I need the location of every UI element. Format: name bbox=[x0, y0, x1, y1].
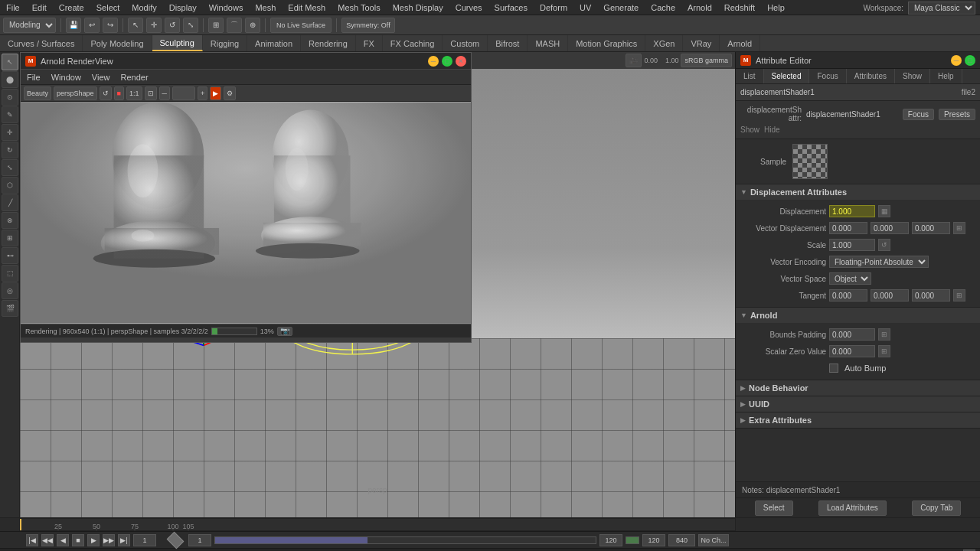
ae-tab-focus[interactable]: Focus bbox=[809, 69, 846, 83]
ae-scalar-zero-input[interactable] bbox=[829, 345, 875, 357]
tool-paint[interactable]: ✎ bbox=[2, 106, 18, 123]
toolbar-rotate-btn[interactable]: ↺ bbox=[165, 18, 180, 33]
ae-vec-x-input[interactable] bbox=[829, 222, 867, 234]
arnold-beauty-dropdown[interactable]: Beauty bbox=[24, 86, 51, 100]
mode-dropdown[interactable]: Modeling bbox=[3, 18, 56, 33]
bc-step-fwd-btn[interactable]: ▶▶ bbox=[103, 534, 115, 546]
ae-displacement-header[interactable]: ▼ Displacement Attributes bbox=[736, 184, 980, 200]
tool-knife[interactable]: ╱ bbox=[2, 194, 18, 211]
arnold-menu-window[interactable]: Window bbox=[50, 73, 83, 82]
arnold-maximize-btn[interactable]: □ bbox=[442, 56, 452, 67]
ae-tab-attributes[interactable]: Attributes bbox=[847, 69, 895, 83]
shelf-tab-rigging[interactable]: Rigging bbox=[203, 35, 247, 51]
menu-surfaces[interactable]: Surfaces bbox=[493, 3, 529, 12]
arnold-menu-render[interactable]: Render bbox=[119, 73, 150, 82]
bc-step-back-btn[interactable]: ◀◀ bbox=[41, 534, 54, 546]
toolbar-snap-curve[interactable]: ⌒ bbox=[227, 18, 242, 33]
bc-play-fwd-btn[interactable]: ▶ bbox=[87, 534, 100, 546]
shelf-tab-arnold[interactable]: Arnold bbox=[720, 35, 760, 51]
ae-extra-header[interactable]: ▶ Extra Attributes bbox=[736, 412, 980, 428]
vp-camera-icon[interactable]: 🎥 bbox=[626, 54, 642, 67]
tool-show-hide[interactable]: ◎ bbox=[2, 282, 18, 299]
arnold-close-btn[interactable]: ✕ bbox=[456, 56, 466, 67]
shelf-tab-motion-graphics[interactable]: Motion Graphics bbox=[568, 35, 645, 51]
toolbar-undo-btn[interactable]: ↩ bbox=[84, 18, 100, 33]
menu-edit[interactable]: Edit bbox=[31, 3, 48, 12]
tool-lasso[interactable]: ⊙ bbox=[2, 89, 18, 106]
menu-arnold[interactable]: Arnold bbox=[686, 3, 714, 12]
ae-vector-expand-btn[interactable]: ⊞ bbox=[953, 222, 965, 234]
ae-scalar-checker-btn[interactable]: ⊞ bbox=[878, 345, 890, 357]
toolbar-scale-btn[interactable]: ⤡ bbox=[183, 18, 198, 33]
ae-node-behavior-header[interactable]: ▶ Node Behavior bbox=[736, 380, 980, 396]
tool-snap[interactable]: ⊞ bbox=[2, 230, 18, 246]
bc-play-back-btn[interactable]: ◀ bbox=[57, 534, 69, 546]
ae-scale-checker-btn[interactable]: ↺ bbox=[878, 239, 890, 251]
ae-bounds-checker-btn[interactable]: ⊞ bbox=[878, 328, 890, 341]
shelf-tab-poly-modeling[interactable]: Poly Modeling bbox=[83, 35, 152, 51]
toolbar-snap-point[interactable]: ⊕ bbox=[245, 18, 260, 33]
arnold-camera-dropdown[interactable]: perspShape bbox=[54, 86, 97, 100]
arnold-menu-file[interactable]: File bbox=[25, 73, 42, 82]
ae-bounds-padding-input[interactable] bbox=[829, 328, 875, 341]
ae-vector-encoding-dropdown[interactable]: Floating-Point Absolute bbox=[829, 256, 929, 268]
ae-vec-y-input[interactable] bbox=[871, 222, 909, 234]
ae-vec-z-input[interactable] bbox=[912, 222, 950, 234]
ae-arnold-header[interactable]: ▼ Arnold bbox=[736, 308, 980, 323]
arnold-stop-btn[interactable]: ■ bbox=[114, 86, 124, 100]
toolbar-select-btn[interactable]: ↖ bbox=[128, 18, 143, 33]
vp-gamma-btn[interactable]: sRGB gamma bbox=[681, 54, 732, 67]
tool-measure[interactable]: ⊷ bbox=[2, 247, 18, 264]
workspace-dropdown[interactable]: Maya Classic bbox=[908, 2, 975, 15]
shelf-tab-fx-caching[interactable]: FX Caching bbox=[383, 35, 443, 51]
bc-current-frame-input[interactable] bbox=[133, 534, 156, 546]
ae-tan-z-input[interactable] bbox=[912, 289, 950, 302]
shelf-tab-rendering[interactable]: Rendering bbox=[301, 35, 356, 51]
ae-select-button[interactable]: Select bbox=[755, 500, 793, 516]
menu-mesh-display[interactable]: Mesh Display bbox=[391, 3, 445, 12]
bc-range-thumb[interactable] bbox=[626, 536, 639, 544]
bc-playback-end-input[interactable] bbox=[668, 534, 695, 546]
ae-sample-thumbnail[interactable] bbox=[792, 144, 828, 179]
bc-go-end-btn[interactable]: ▶| bbox=[118, 534, 130, 546]
menu-uv[interactable]: UV bbox=[578, 3, 593, 12]
tool-scale[interactable]: ⤡ bbox=[2, 159, 18, 176]
ae-minimize-btn[interactable]: ─ bbox=[951, 55, 962, 66]
shelf-tab-vray[interactable]: VRay bbox=[683, 35, 720, 51]
bc-go-start-btn[interactable]: |◀ bbox=[26, 534, 38, 546]
ae-auto-bump-checkbox[interactable] bbox=[829, 364, 838, 373]
ae-presets-button[interactable]: Presets bbox=[939, 109, 975, 120]
arnold-minimize-btn[interactable]: ─ bbox=[428, 56, 439, 67]
ae-tab-selected[interactable]: Selected bbox=[764, 69, 810, 83]
arnold-refresh-btn[interactable]: ↺ bbox=[100, 86, 112, 100]
arnold-settings-btn[interactable]: ⚙ bbox=[224, 86, 236, 100]
shelf-tab-animation[interactable]: Animation bbox=[247, 35, 301, 51]
toolbar-save-btn[interactable]: 💾 bbox=[66, 18, 81, 33]
menu-windows[interactable]: Windows bbox=[207, 3, 245, 12]
arnold-fit-btn[interactable]: ⊡ bbox=[145, 86, 157, 100]
ae-tan-y-input[interactable] bbox=[871, 289, 909, 302]
ae-tab-show[interactable]: Show bbox=[895, 69, 930, 83]
ae-scale-input[interactable] bbox=[829, 239, 875, 251]
ae-vector-space-dropdown[interactable]: Object bbox=[829, 272, 871, 285]
bc-keyframe-input[interactable] bbox=[188, 534, 211, 546]
tool-brush[interactable]: ⬤ bbox=[2, 71, 18, 88]
bc-stop-btn[interactable]: ■ bbox=[72, 534, 84, 546]
tool-magnet[interactable]: ⊗ bbox=[2, 212, 18, 229]
shelf-tab-mash[interactable]: MASH bbox=[528, 35, 568, 51]
tool-rotate[interactable]: ↻ bbox=[2, 142, 18, 158]
menu-select[interactable]: Select bbox=[95, 3, 122, 12]
menu-modify[interactable]: Modify bbox=[130, 3, 158, 12]
no-live-surface-btn[interactable]: No Live Surface bbox=[270, 18, 332, 33]
ae-focus-button[interactable]: Focus bbox=[903, 109, 934, 120]
menu-redshift[interactable]: Redshift bbox=[723, 3, 756, 12]
ae-tan-x-input[interactable] bbox=[829, 289, 867, 302]
arnold-menu-view[interactable]: View bbox=[90, 73, 112, 82]
ae-displacement-checker-btn[interactable]: ▦ bbox=[878, 205, 890, 217]
ae-tab-help[interactable]: Help bbox=[930, 69, 962, 83]
ae-hide-button[interactable]: Hide bbox=[764, 126, 780, 134]
tool-select[interactable]: ↖ bbox=[2, 54, 18, 70]
arnold-zoom-out-btn[interactable]: ─ bbox=[159, 86, 170, 100]
shelf-tab-bifrost[interactable]: Bifrost bbox=[488, 35, 528, 51]
bc-range-start-input[interactable] bbox=[599, 534, 622, 546]
